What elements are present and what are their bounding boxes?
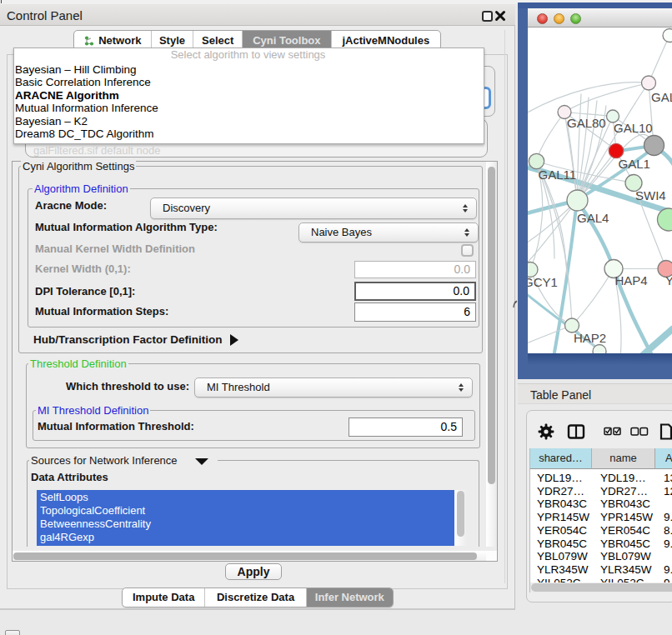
svg-text:GAL7: GAL7 bbox=[651, 89, 672, 103]
svg-text:GAL10: GAL10 bbox=[614, 121, 653, 135]
svg-text:HAP4: HAP4 bbox=[615, 272, 648, 287]
svg-text:GCY1: GCY1 bbox=[528, 274, 558, 288]
svg-text:GAL11: GAL11 bbox=[539, 167, 577, 181]
svg-text:GAL4: GAL4 bbox=[577, 211, 609, 225]
svg-text:GAL1: GAL1 bbox=[619, 157, 650, 171]
svg-text:HAP2: HAP2 bbox=[574, 330, 606, 344]
svg-text:SWI4: SWI4 bbox=[635, 188, 666, 202]
svg-text:GAL80: GAL80 bbox=[567, 115, 606, 129]
svg-text:YJ: YJ bbox=[665, 272, 672, 287]
